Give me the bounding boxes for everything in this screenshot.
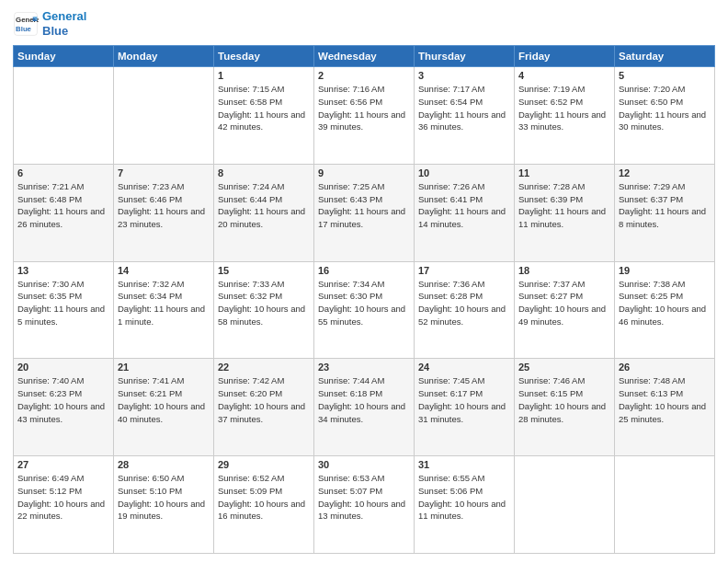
calendar-cell: 27Sunrise: 6:49 AM Sunset: 5:12 PM Dayli… (14, 456, 114, 554)
cell-info: Sunrise: 7:29 AM Sunset: 6:37 PM Dayligh… (619, 180, 711, 231)
day-number: 26 (619, 362, 711, 373)
cell-info: Sunrise: 6:52 AM Sunset: 5:09 PM Dayligh… (218, 472, 310, 523)
calendar-cell: 21Sunrise: 7:41 AM Sunset: 6:21 PM Dayli… (114, 359, 214, 456)
day-header-thursday: Thursday (415, 46, 515, 67)
day-number: 2 (318, 70, 410, 81)
calendar-table: SundayMondayTuesdayWednesdayThursdayFrid… (13, 45, 715, 554)
calendar-cell: 10Sunrise: 7:26 AM Sunset: 6:41 PM Dayli… (415, 164, 515, 261)
day-number: 6 (17, 167, 109, 178)
logo-icon: General Blue (13, 11, 39, 37)
day-header-monday: Monday (114, 46, 214, 67)
day-number: 18 (518, 265, 610, 276)
calendar-cell: 2Sunrise: 7:16 AM Sunset: 6:56 PM Daylig… (314, 67, 415, 165)
calendar-cell: 25Sunrise: 7:46 AM Sunset: 6:15 PM Dayli… (515, 359, 615, 456)
day-header-wednesday: Wednesday (314, 46, 415, 67)
cell-info: Sunrise: 7:32 AM Sunset: 6:34 PM Dayligh… (118, 278, 210, 328)
calendar-cell: 16Sunrise: 7:34 AM Sunset: 6:30 PM Dayli… (314, 261, 415, 359)
calendar-cell: 3Sunrise: 7:17 AM Sunset: 6:54 PM Daylig… (415, 67, 515, 165)
cell-info: Sunrise: 7:41 AM Sunset: 6:21 PM Dayligh… (118, 374, 210, 425)
day-number: 4 (518, 70, 610, 81)
calendar-cell (515, 456, 615, 554)
day-number: 19 (619, 265, 711, 276)
cell-info: Sunrise: 7:33 AM Sunset: 6:32 PM Dayligh… (218, 278, 310, 328)
day-number: 10 (418, 167, 510, 178)
logo-text-blue: Blue (42, 24, 86, 39)
calendar-cell: 4Sunrise: 7:19 AM Sunset: 6:52 PM Daylig… (515, 67, 615, 165)
day-number: 9 (318, 167, 410, 178)
calendar-cell: 5Sunrise: 7:20 AM Sunset: 6:50 PM Daylig… (615, 67, 715, 165)
day-header-friday: Friday (515, 46, 615, 67)
day-number: 23 (318, 362, 410, 373)
cell-info: Sunrise: 7:48 AM Sunset: 6:13 PM Dayligh… (619, 374, 711, 425)
day-number: 15 (218, 265, 310, 276)
svg-text:Blue: Blue (16, 24, 32, 32)
cell-info: Sunrise: 6:55 AM Sunset: 5:06 PM Dayligh… (418, 472, 510, 523)
day-header-sunday: Sunday (14, 46, 114, 67)
calendar-cell: 15Sunrise: 7:33 AM Sunset: 6:32 PM Dayli… (214, 261, 314, 359)
cell-info: Sunrise: 6:53 AM Sunset: 5:07 PM Dayligh… (318, 472, 410, 523)
day-number: 17 (418, 265, 510, 276)
day-number: 22 (218, 362, 310, 373)
cell-info: Sunrise: 7:36 AM Sunset: 6:28 PM Dayligh… (418, 278, 510, 328)
logo-text-general: General (42, 9, 86, 24)
calendar-cell: 22Sunrise: 7:42 AM Sunset: 6:20 PM Dayli… (214, 359, 314, 456)
day-number: 20 (17, 362, 109, 373)
calendar-week-row: 20Sunrise: 7:40 AM Sunset: 6:23 PM Dayli… (14, 359, 715, 456)
calendar-week-row: 1Sunrise: 7:15 AM Sunset: 6:58 PM Daylig… (14, 67, 715, 165)
day-number: 27 (17, 459, 109, 470)
calendar-cell: 24Sunrise: 7:45 AM Sunset: 6:17 PM Dayli… (415, 359, 515, 456)
day-number: 29 (218, 459, 310, 470)
calendar-cell: 14Sunrise: 7:32 AM Sunset: 6:34 PM Dayli… (114, 261, 214, 359)
cell-info: Sunrise: 7:46 AM Sunset: 6:15 PM Dayligh… (518, 374, 610, 425)
day-number: 12 (619, 167, 711, 178)
calendar-cell: 7Sunrise: 7:23 AM Sunset: 6:46 PM Daylig… (114, 164, 214, 261)
day-number: 16 (318, 265, 410, 276)
cell-info: Sunrise: 7:21 AM Sunset: 6:48 PM Dayligh… (17, 180, 109, 231)
calendar-cell: 30Sunrise: 6:53 AM Sunset: 5:07 PM Dayli… (314, 456, 415, 554)
calendar-cell: 17Sunrise: 7:36 AM Sunset: 6:28 PM Dayli… (415, 261, 515, 359)
cell-info: Sunrise: 7:26 AM Sunset: 6:41 PM Dayligh… (418, 180, 510, 231)
day-number: 8 (218, 167, 310, 178)
calendar-cell (114, 67, 214, 165)
calendar-cell: 31Sunrise: 6:55 AM Sunset: 5:06 PM Dayli… (415, 456, 515, 554)
calendar-cell: 9Sunrise: 7:25 AM Sunset: 6:43 PM Daylig… (314, 164, 415, 261)
calendar-cell: 19Sunrise: 7:38 AM Sunset: 6:25 PM Dayli… (615, 261, 715, 359)
calendar-week-row: 6Sunrise: 7:21 AM Sunset: 6:48 PM Daylig… (14, 164, 715, 261)
calendar-cell: 8Sunrise: 7:24 AM Sunset: 6:44 PM Daylig… (214, 164, 314, 261)
day-number: 5 (619, 70, 711, 81)
cell-info: Sunrise: 7:24 AM Sunset: 6:44 PM Dayligh… (218, 180, 310, 231)
day-number: 3 (418, 70, 510, 81)
cell-info: Sunrise: 7:40 AM Sunset: 6:23 PM Dayligh… (17, 374, 109, 425)
day-number: 7 (118, 167, 210, 178)
day-number: 28 (118, 459, 210, 470)
calendar-cell: 18Sunrise: 7:37 AM Sunset: 6:27 PM Dayli… (515, 261, 615, 359)
cell-info: Sunrise: 7:30 AM Sunset: 6:35 PM Dayligh… (17, 278, 109, 328)
day-number: 30 (318, 459, 410, 470)
cell-info: Sunrise: 7:34 AM Sunset: 6:30 PM Dayligh… (318, 278, 410, 328)
calendar-cell: 11Sunrise: 7:28 AM Sunset: 6:39 PM Dayli… (515, 164, 615, 261)
calendar-week-row: 27Sunrise: 6:49 AM Sunset: 5:12 PM Dayli… (14, 456, 715, 554)
logo: General Blue General Blue (13, 9, 86, 38)
day-number: 13 (17, 265, 109, 276)
calendar-cell (14, 67, 114, 165)
calendar-week-row: 13Sunrise: 7:30 AM Sunset: 6:35 PM Dayli… (14, 261, 715, 359)
calendar-header-row: SundayMondayTuesdayWednesdayThursdayFrid… (14, 46, 715, 67)
day-number: 14 (118, 265, 210, 276)
day-number: 24 (418, 362, 510, 373)
day-header-saturday: Saturday (615, 46, 715, 67)
calendar-cell: 29Sunrise: 6:52 AM Sunset: 5:09 PM Dayli… (214, 456, 314, 554)
calendar-cell: 23Sunrise: 7:44 AM Sunset: 6:18 PM Dayli… (314, 359, 415, 456)
cell-info: Sunrise: 6:50 AM Sunset: 5:10 PM Dayligh… (118, 472, 210, 523)
cell-info: Sunrise: 7:42 AM Sunset: 6:20 PM Dayligh… (218, 374, 310, 425)
cell-info: Sunrise: 7:16 AM Sunset: 6:56 PM Dayligh… (318, 83, 410, 133)
calendar-cell: 13Sunrise: 7:30 AM Sunset: 6:35 PM Dayli… (14, 261, 114, 359)
cell-info: Sunrise: 7:15 AM Sunset: 6:58 PM Dayligh… (218, 83, 310, 133)
cell-info: Sunrise: 7:45 AM Sunset: 6:17 PM Dayligh… (418, 374, 510, 425)
day-number: 25 (518, 362, 610, 373)
calendar-cell: 26Sunrise: 7:48 AM Sunset: 6:13 PM Dayli… (615, 359, 715, 456)
cell-info: Sunrise: 7:23 AM Sunset: 6:46 PM Dayligh… (118, 180, 210, 231)
cell-info: Sunrise: 7:38 AM Sunset: 6:25 PM Dayligh… (619, 278, 711, 328)
cell-info: Sunrise: 7:44 AM Sunset: 6:18 PM Dayligh… (318, 374, 410, 425)
day-number: 21 (118, 362, 210, 373)
day-number: 31 (418, 459, 510, 470)
